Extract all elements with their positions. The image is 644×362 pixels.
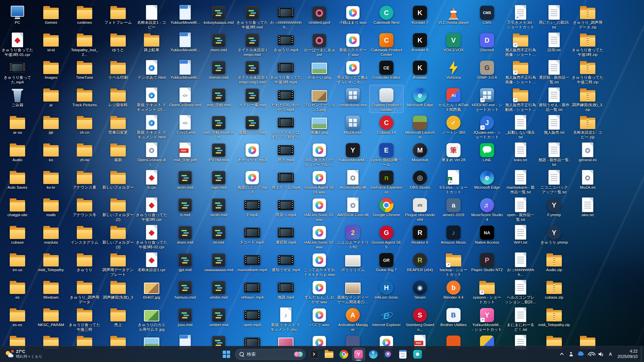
desktop-icon[interactable]: きゅうり_調声用データ.zip [571,3,604,30]
desktop-icon[interactable]: manisekarin - 親作品一覧.txt [504,168,537,195]
desktop-icon[interactable]: YukkuriMovieM... [168,3,202,30]
desktop-icon[interactable]: 井上ドラム.mp4 [269,168,303,195]
desktop-icon[interactable]: MMuseHub [403,140,437,168]
desktop-icon[interactable]: SSteinberg Downlo... [403,305,437,333]
desktop-icon[interactable]: </>くらげ.xml [168,113,202,140]
desktop-icon[interactable]: Mixdown [34,278,68,305]
desktop-icon[interactable]: GGIMP 3.0.4 [470,58,504,85]
desktop-icon[interactable]: 営業日変更 [101,113,135,140]
desktop-icon[interactable]: インスタグラム [68,223,101,250]
desktop-icon[interactable]: HALion Sonic 01.wav [303,195,336,223]
desktop-icon[interactable]: es [1,278,34,305]
desktop-icon[interactable]: mero.mid [202,30,235,58]
desktop-icon[interactable]: mid_学校.mid [202,85,235,113]
desktop-icon[interactable]: BBrother Utilities [437,305,470,333]
desktop-icon[interactable]: zh-tw [68,140,101,168]
desktop-icon[interactable]: createdump.exe [336,85,370,113]
volume-button[interactable] [597,348,605,361]
desktop-icon[interactable]: 画像1.png [303,113,336,140]
desktop-icon[interactable]: AWSSDK.Core.dll [336,195,370,223]
desktop-icon[interactable]: Accessibility.dll [336,168,370,195]
desktop-icon[interactable]: ↗syasinn - ショートカット [470,278,504,305]
desktop-icon[interactable]: 通知うぜえ.mp4 [269,250,303,278]
desktop-icon[interactable]: 名称未設定1 - コピー [135,3,168,30]
desktop-icon[interactable]: おっhhhhhhhhhh... [504,250,537,278]
desktop-icon[interactable]: KKontakt 7 [403,3,437,30]
desktop-icon[interactable]: MoZA.ini [571,168,604,195]
desktop-icon[interactable]: ✓ノートン 360 [437,113,470,140]
desktop-icon[interactable]: YukkuriMovieM... [168,58,202,85]
desktop-icon[interactable]: td.mid [202,223,235,250]
desktop-icon[interactable]: きゅうり食ってた午後3時.mp4 [269,58,303,85]
desktop-icon[interactable]: YukkuriMovieM... [168,30,202,58]
desktop-icon[interactable]: umibe.mid [202,278,235,305]
desktop-icon[interactable]: ko-kr [34,168,68,195]
desktop-icon[interactable]: ↗HDDFMT.exe - ショートカット [470,85,504,113]
taskbar-app-app-dark[interactable] [308,348,321,361]
desktop-icon[interactable]: VLC media player [437,3,470,30]
desktop-icon[interactable]: YYukkuriMovieM... [336,140,370,168]
desktop-icon[interactable]: midi_Telepathy [34,250,68,278]
desktop-icon[interactable]: jusu.mid [168,305,202,333]
desktop-icon[interactable]: cubase [1,223,34,250]
desktop-icon[interactable]: タイトル未設定.tempo.orig1.mid [235,58,269,85]
desktop-icon[interactable]: e新規 テキスト ドキュメント.html [135,113,168,140]
desktop-icon[interactable]: ↗backup - ショートカット [437,250,470,278]
desktop-icon[interactable]: 新しいフォルダー (3) [101,223,135,250]
desktop-icon[interactable]: rajio.mid [202,168,235,195]
desktop-icon[interactable]: こってゐｈｄすおｆｄｓｂらぉ.wav [303,250,336,278]
desktop-icon[interactable]: ♬MuseScore Studio 4 [470,195,504,223]
desktop-icon[interactable]: VoiSona [437,58,470,85]
desktop-icon[interactable]: Minecraft Launcher [403,113,437,140]
desktop-icon[interactable]: MoZA.exe [336,113,370,140]
desktop-icon[interactable]: NANative Access [470,223,504,250]
desktop-icon[interactable]: uaaaaaaaaa.mid [202,250,235,278]
desktop-icon[interactable]: mid_学校 muse.mid [202,113,235,140]
desktop-icon[interactable]: 名称未設定1 - コピー.zip [571,113,604,140]
desktop-icon[interactable]: 売上 [101,305,135,333]
desktop-icon[interactable]: ↗無人販売不正行為動画 - ショートカット [504,85,537,113]
desktop-icon[interactable]: 001_東北きりたん（ノーマル）_今しゃ... [303,140,336,168]
desktop-icon[interactable]: e新規 テキスト ドキュメント (2).html [135,85,168,113]
desktop-icon[interactable]: メドレー風.mid [235,85,269,113]
desktop-icon[interactable]: 新しいフォルダー (2) [101,195,135,223]
desktop-icon[interactable]: 死にたい_の歌詞.txt [537,3,571,30]
desktop-icon[interactable]: DDiscord [470,30,504,58]
desktop-icon[interactable]: レジ袋有料 [101,85,135,113]
desktop-icon[interactable]: _起動しない場合.txt [504,113,537,140]
desktop-icon[interactable]: meroin.mid [202,58,235,85]
taskbar-app-file-explorer[interactable] [322,348,336,361]
desktop-icon[interactable]: midi_Telepathy.zip [537,305,571,333]
desktop-icon[interactable]: kotusytuaaus.mid [202,3,235,30]
desktop-icon[interactable]: J↗JQuake.exe - ショートカット [470,113,504,140]
desktop-icon[interactable]: ニコニコバックアップ一覧.txt [537,168,571,195]
desktop-icon[interactable]: Aiかんたん！AITalk 3 関西風 [437,85,470,113]
desktop-icon[interactable]: 無題のスコア.mp3 [235,168,269,195]
desktop-icon[interactable]: CCubase 14 [370,113,403,140]
desktop-icon[interactable]: きゅうりのカエル用サムネ.jpg [135,305,168,333]
desktop-icon[interactable]: タイトル未設定.tempo.mid [235,30,269,58]
desktop-icon[interactable]: ar-sa [1,113,34,140]
desktop-icon[interactable]: 選択肢 - 親作品一覧.txt [537,58,571,85]
desktop-icon[interactable]: 無人販売.txt [537,113,571,140]
desktop-icon[interactable]: きゅうり食ってた午後三時.zip [571,58,604,85]
desktop-icon[interactable]: gpt.mid [168,250,202,278]
show-desktop-button[interactable] [641,346,643,362]
desktop-icon[interactable]: Crypton Product Installer [370,85,403,113]
desktop-icon[interactable]: 無題.mp4 [269,278,303,305]
desktop-icon[interactable]: VVOICEVOX [437,30,470,58]
tray-cloud-button[interactable] [576,348,585,361]
desktop-icon[interactable]: Telepathy_Inst_2... [68,30,101,58]
desktop-icon[interactable]: dram.mid [168,223,202,250]
tray-overflow-button[interactable] [557,348,566,361]
desktop-icon[interactable]: eInternet Explorer [370,305,403,333]
desktop-icon[interactable]: 筆筆まめ Ver.28 [437,140,470,168]
desktop-icon[interactable]: CCakewalk Next [370,3,403,30]
desktop-icon[interactable]: F.mp4 [235,195,269,223]
desktop-icon[interactable]: eテンポあて.html [135,58,168,85]
desktop-icon[interactable]: 路上駐車 [135,30,168,58]
desktop-icon[interactable]: Track Pictures [68,85,101,113]
desktop-icon[interactable]: GGroove Agent SE 5 [370,223,403,250]
desktop-icon[interactable]: きゅうり食ってた午後3時-02.cpr [135,223,168,250]
desktop-icon[interactable]: ラベル印刷 [101,58,135,85]
